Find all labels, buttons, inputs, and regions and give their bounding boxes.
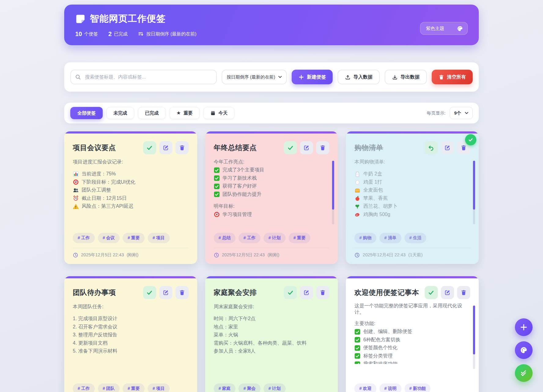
- note-line: 4. 更新项目文档: [73, 339, 189, 347]
- note-tag[interactable]: # 会议: [98, 233, 120, 243]
- note-tags: # 工作# 会议# 重要# 项目: [73, 233, 189, 243]
- note-line: 周末家庭聚会安排:: [214, 303, 330, 311]
- delete-button[interactable]: [457, 286, 470, 299]
- note-tag[interactable]: # 说明: [379, 383, 401, 392]
- theme-palette-fab[interactable]: [515, 341, 533, 359]
- note-tag[interactable]: # 生活: [404, 233, 427, 243]
- delete-button[interactable]: [175, 286, 189, 299]
- note-timestamp: 2025年12月5日 22:43: [81, 252, 124, 258]
- note-tag[interactable]: # 工作: [73, 383, 95, 392]
- per-page-select[interactable]: 9个: [450, 107, 473, 119]
- note-tags: # 工作# 团队# 重要# 项目: [73, 383, 189, 392]
- note-actions: [425, 141, 470, 154]
- calendar-icon: [210, 111, 216, 116]
- note-line: 牛奶 2盒: [354, 170, 470, 178]
- filter-today[interactable]: 今天: [203, 107, 235, 119]
- edit-button[interactable]: [159, 141, 172, 154]
- note-tag[interactable]: # 总结: [214, 233, 236, 243]
- clear-all-label: 清空所有: [447, 74, 466, 80]
- note-tag[interactable]: # 新功能: [404, 383, 431, 392]
- trash-icon: [460, 289, 467, 296]
- note-tag[interactable]: # 购物: [354, 233, 376, 243]
- search-icon: [75, 74, 81, 80]
- star-icon: ★: [176, 111, 181, 115]
- check-box-icon: [214, 175, 220, 181]
- restore-button[interactable]: [425, 141, 438, 154]
- check-box-icon: [214, 167, 220, 173]
- complete-button[interactable]: [143, 141, 156, 154]
- note-card: 团队待办事项本周团队任务:1. 完成项目原型设计2. 召开客户需求会议3. 整理…: [64, 276, 197, 392]
- note-card: 年终总结要点今年工作亮点:完成了3个主要项目学习了新技术栈获得了客户好评团队协作…: [205, 131, 338, 264]
- note-tag[interactable]: # 项目: [148, 233, 170, 243]
- export-data-button[interactable]: 导出数据: [385, 70, 427, 84]
- done-count-value: 2: [108, 31, 112, 38]
- note-tag[interactable]: # 重要: [123, 383, 145, 392]
- filter-all[interactable]: 全部便签: [70, 107, 103, 119]
- note-tag[interactable]: # 团队: [98, 383, 120, 392]
- note-line: 标签分类管理: [354, 352, 470, 360]
- add-note-fab[interactable]: [515, 318, 533, 336]
- note-tags: # 家庭# 聚会# 计划: [214, 383, 330, 392]
- delete-button[interactable]: [316, 141, 329, 154]
- broccoli-icon: [354, 203, 360, 210]
- note-tag[interactable]: # 项目: [148, 383, 170, 392]
- card-scrollbar[interactable]: [332, 161, 334, 224]
- delete-button[interactable]: [316, 286, 329, 299]
- trash-icon: [460, 145, 467, 151]
- edit-button[interactable]: [159, 286, 172, 299]
- note-tag[interactable]: # 计划: [264, 383, 286, 392]
- check-icon: [146, 289, 153, 296]
- filter-completed[interactable]: 已完成: [138, 107, 166, 119]
- complete-button[interactable]: [284, 286, 297, 299]
- check-box-icon: [354, 361, 360, 364]
- note-tag[interactable]: # 家庭: [214, 383, 236, 392]
- note-tag[interactable]: # 重要: [289, 233, 311, 243]
- sort-select[interactable]: 按日期倒序 (最新的在前): [222, 70, 287, 84]
- complete-button[interactable]: [284, 141, 297, 154]
- filter-incomplete[interactable]: 未完成: [106, 107, 134, 119]
- scrollbar-thumb[interactable]: [473, 306, 475, 354]
- complete-button[interactable]: [425, 286, 438, 299]
- note-line: 团队分工调整: [73, 186, 189, 195]
- filter-label: 未完成: [113, 110, 127, 116]
- check-box-icon: [354, 329, 360, 335]
- note-line: [354, 166, 470, 170]
- filter-important[interactable]: ★重要: [169, 107, 200, 119]
- page-container: 智能网页工作便签 10 个便签 2 已完成 按日期倒序 (最新的在前) 紫色主题: [64, 0, 479, 392]
- note-tag[interactable]: # 计划: [264, 233, 286, 243]
- note-tag[interactable]: # 清单: [379, 233, 401, 243]
- scrollbar-thumb[interactable]: [332, 161, 334, 210]
- note-line: 时间：周六下午2点: [214, 315, 330, 323]
- edit-button[interactable]: [300, 141, 313, 154]
- scrollbar-thumb[interactable]: [473, 161, 475, 210]
- note-card-header: 项目会议要点: [73, 141, 189, 154]
- note-tag[interactable]: # 重要: [123, 233, 145, 243]
- plus-icon: [298, 74, 304, 80]
- complete-button[interactable]: [143, 286, 156, 299]
- note-line: 便签颜色个性化: [354, 344, 470, 352]
- import-data-button[interactable]: 导入数据: [338, 70, 380, 84]
- done-count-stat: 2 已完成: [108, 31, 127, 38]
- edit-button[interactable]: [441, 286, 454, 299]
- edit-button[interactable]: [441, 141, 454, 154]
- note-card: 项目会议要点项目进度汇报会议记录:当前进度：75%下阶段目标：完成UI优化团队分…: [64, 131, 197, 264]
- card-scrollbar[interactable]: [473, 306, 475, 369]
- search-input[interactable]: [70, 70, 217, 84]
- note-line: 下阶段目标：完成UI优化: [73, 178, 189, 186]
- edit-button[interactable]: [300, 286, 313, 299]
- new-note-button[interactable]: 新建便签: [292, 70, 333, 84]
- note-tag[interactable]: # 工作: [73, 233, 95, 243]
- note-line: [214, 311, 330, 315]
- delete-button[interactable]: [175, 141, 189, 154]
- note-tag[interactable]: # 工作: [238, 233, 260, 243]
- note-line: 项目进度汇报会议记录:: [73, 158, 189, 166]
- theme-button[interactable]: 紫色主题: [420, 22, 468, 35]
- clear-all-button[interactable]: 清空所有: [432, 70, 473, 84]
- card-scrollbar[interactable]: [473, 161, 475, 224]
- chevron-down-icon: [465, 112, 468, 114]
- complete-all-fab[interactable]: [515, 364, 533, 382]
- clock-icon: [73, 252, 78, 258]
- note-tag[interactable]: # 欢迎: [354, 383, 376, 392]
- note-tags: # 总结# 工作# 计划# 重要: [214, 233, 330, 243]
- note-tag[interactable]: # 聚会: [238, 383, 260, 392]
